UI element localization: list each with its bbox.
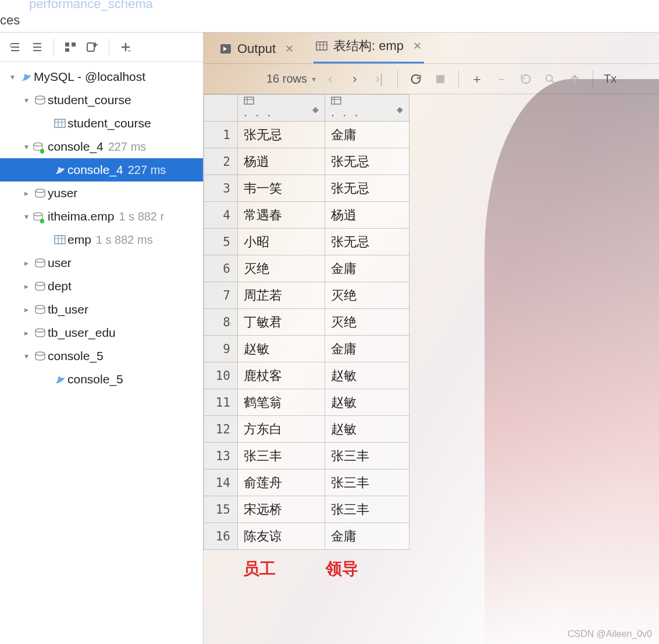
row-number[interactable]: 14	[204, 469, 238, 496]
tree-schema-tb-user[interactable]: ▸ tb_user	[0, 298, 203, 321]
table-row[interactable]: 14俞莲舟张三丰	[204, 469, 409, 496]
table-row[interactable]: 8丁敏君灭绝	[204, 309, 409, 336]
cell-col1[interactable]: 小昭	[238, 229, 325, 255]
row-number[interactable]: 16	[204, 523, 238, 550]
tree-run-itheima-emp[interactable]: ▾ itheima.emp 1 s 882 r	[0, 205, 203, 228]
tree-schema-tb-user-edu[interactable]: ▸ tb_user_edu	[0, 321, 203, 344]
row-number[interactable]: 1	[204, 122, 238, 148]
table-row[interactable]: 15宋远桥张三丰	[204, 496, 409, 523]
cell-col2[interactable]: 灭绝	[325, 282, 409, 309]
row-number[interactable]: 8	[204, 309, 238, 336]
services-tree[interactable]: ▾ MySQL - @localhost ▾ student_course st…	[0, 62, 203, 394]
row-number[interactable]: 15	[204, 496, 238, 523]
cell-col2[interactable]: 灭绝	[325, 309, 409, 336]
cell-col1[interactable]: 俞莲舟	[238, 469, 325, 496]
prev-page-button[interactable]: ‹	[320, 69, 340, 89]
table-row[interactable]: 10鹿杖客赵敏	[204, 362, 409, 389]
cell-col2[interactable]: 赵敏	[325, 389, 409, 416]
table-row[interactable]: 11鹤笔翁赵敏	[204, 389, 409, 416]
table-row[interactable]: 16陈友谅金庸	[204, 523, 409, 550]
tab-table-struct-emp[interactable]: 表结构: emp ✕	[314, 31, 424, 63]
cell-col2[interactable]: 张三丰	[325, 469, 409, 496]
add-service-button[interactable]	[83, 38, 102, 56]
preview-dml-button[interactable]	[540, 69, 560, 89]
cell-col1[interactable]: 赵敏	[238, 336, 325, 362]
column-header-2[interactable]: . . . ◆	[325, 95, 409, 122]
tree-run-console4-selected[interactable]: console_4 227 ms	[0, 158, 203, 182]
cell-col1[interactable]: 鹿杖客	[238, 362, 325, 389]
next-page-button[interactable]: ›	[345, 69, 365, 89]
tree-table-student-course[interactable]: student_course	[0, 112, 203, 135]
cell-col2[interactable]: 杨逍	[325, 202, 409, 229]
collapse-all-button[interactable]	[28, 38, 47, 56]
cell-col2[interactable]: 赵敏	[325, 416, 409, 443]
cell-col2[interactable]: 赵敏	[325, 362, 409, 389]
cell-col1[interactable]: 灭绝	[238, 255, 325, 282]
tree-schema-console5[interactable]: ▾ console_5	[0, 344, 203, 368]
cell-col1[interactable]: 张三丰	[238, 443, 325, 469]
cell-col1[interactable]: 常遇春	[238, 202, 325, 229]
sort-icon[interactable]: ◆	[312, 105, 319, 114]
cell-col1[interactable]: 杨逍	[238, 148, 325, 175]
table-row[interactable]: 13张三丰张三丰	[204, 443, 409, 469]
cell-col2[interactable]: 金庸	[325, 122, 409, 148]
table-row[interactable]: 9赵敏金庸	[204, 336, 409, 362]
table-row[interactable]: 1张无忌金庸	[204, 122, 409, 148]
layout-button[interactable]	[61, 38, 80, 56]
revert-button[interactable]	[516, 69, 536, 89]
cell-col1[interactable]: 韦一笑	[238, 175, 325, 202]
cell-col1[interactable]: 方东白	[238, 416, 325, 443]
table-row[interactable]: 6灭绝金庸	[204, 255, 409, 282]
cell-col2[interactable]: 张三丰	[325, 496, 409, 523]
row-number[interactable]: 4	[204, 202, 238, 229]
cell-col2[interactable]: 张无忌	[325, 148, 409, 175]
tree-schema-yuser[interactable]: ▸ yuser	[0, 182, 203, 205]
cell-col2[interactable]: 金庸	[325, 523, 409, 550]
row-number[interactable]: 5	[204, 229, 238, 255]
tree-console5-child[interactable]: console_5	[0, 368, 203, 391]
row-number[interactable]: 6	[204, 255, 238, 282]
row-number[interactable]: 12	[204, 416, 238, 443]
table-row[interactable]: 12方东白赵敏	[204, 416, 409, 443]
table-row[interactable]: 4常遇春杨逍	[204, 202, 409, 229]
last-page-button[interactable]: ›|	[369, 69, 389, 89]
cell-col2[interactable]: 张无忌	[325, 175, 409, 202]
cell-col1[interactable]: 陈友谅	[238, 523, 325, 550]
sort-icon[interactable]: ◆	[397, 105, 403, 114]
table-row[interactable]: 7周芷若灭绝	[204, 282, 409, 309]
cell-col2[interactable]: 金庸	[325, 336, 409, 362]
tree-table-emp[interactable]: emp 1 s 882 ms	[0, 228, 203, 251]
tree-run-console4[interactable]: ▾ console_4 227 ms	[0, 135, 203, 158]
table-row[interactable]: 3韦一笑张无忌	[204, 175, 409, 202]
tree-schema-student-course[interactable]: ▾ student_course	[0, 88, 203, 112]
cell-col2[interactable]: 张无忌	[325, 229, 409, 255]
row-number-header[interactable]	[204, 95, 238, 122]
cell-col2[interactable]: 张三丰	[325, 443, 409, 469]
close-icon[interactable]: ✕	[413, 40, 422, 52]
table-row[interactable]: 5小昭张无忌	[204, 229, 409, 255]
cell-col1[interactable]: 鹤笔翁	[238, 389, 325, 416]
column-header-1[interactable]: . . . ◆	[238, 95, 325, 122]
cell-col1[interactable]: 丁敏君	[238, 309, 325, 336]
cell-col1[interactable]: 周芷若	[238, 282, 325, 309]
stop-button[interactable]	[430, 69, 450, 89]
row-number[interactable]: 13	[204, 443, 238, 469]
table-row[interactable]: 2杨逍张无忌	[204, 148, 409, 175]
row-number[interactable]: 7	[204, 282, 238, 309]
cell-col2[interactable]: 金庸	[325, 255, 409, 282]
expand-all-button[interactable]	[6, 38, 24, 56]
row-count-dropdown[interactable]: 16 rows ▾	[266, 72, 316, 86]
tab-output[interactable]: Output ✕	[218, 35, 296, 63]
new-button[interactable]	[116, 38, 135, 56]
row-number[interactable]: 3	[204, 175, 238, 202]
commit-button[interactable]	[565, 69, 585, 89]
result-grid[interactable]: . . . ◆ . . . ◆ 1张无忌金庸2杨逍张无忌3韦一笑张无忌4常遇春杨…	[204, 94, 659, 580]
cell-col1[interactable]: 宋远桥	[238, 496, 325, 523]
tree-datasource-mysql[interactable]: ▾ MySQL - @localhost	[0, 65, 203, 88]
add-row-button[interactable]: ＋	[467, 69, 487, 89]
row-number[interactable]: 2	[204, 148, 238, 175]
close-icon[interactable]: ✕	[285, 42, 294, 55]
row-number[interactable]: 10	[204, 362, 238, 389]
row-number[interactable]: 11	[204, 389, 238, 416]
remove-row-button[interactable]: －	[491, 69, 511, 89]
